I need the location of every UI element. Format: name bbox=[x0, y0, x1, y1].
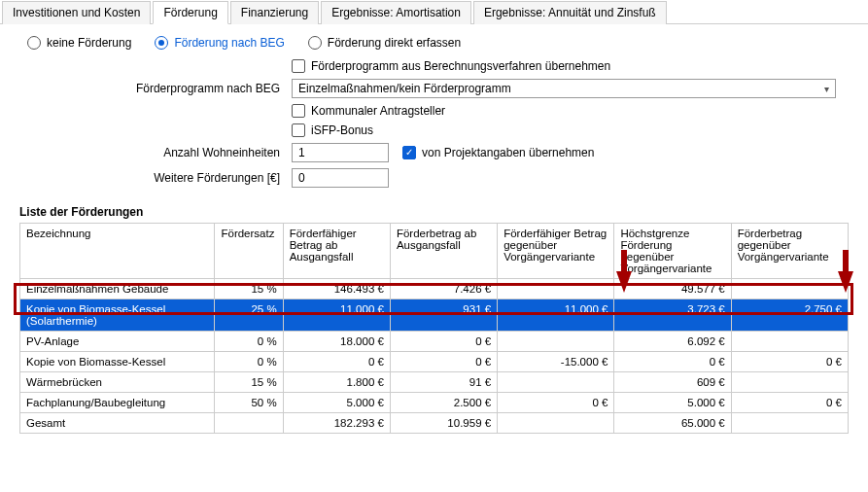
label-weitere-foerderungen: Weitere Förderungen [€] bbox=[19, 171, 292, 185]
checkbox-label: Kommunaler Antragsteller bbox=[311, 104, 445, 118]
radio-icon bbox=[155, 36, 168, 50]
foerderung-mode-group: keine Förderung Förderung nach BEG Förde… bbox=[19, 36, 849, 50]
radio-foerderung-direkt[interactable]: Förderung direkt erfassen bbox=[308, 36, 461, 50]
chevron-down-icon: ▾ bbox=[824, 84, 829, 94]
tab-annuitaet[interactable]: Ergebnisse: Annuität und Zinsfuß bbox=[473, 1, 667, 24]
checkbox-label: von Projektangaben übernehmen bbox=[422, 146, 594, 159]
radio-foerderung-beg[interactable]: Förderung nach BEG bbox=[155, 36, 284, 50]
table-row-selected[interactable]: Kopie von Biomasse-Kessel (Solarthermie)… bbox=[20, 299, 849, 332]
col-bezeichnung[interactable]: Bezeichnung bbox=[20, 224, 215, 279]
checkbox-berechnungsverfahren[interactable] bbox=[292, 59, 305, 73]
radio-icon bbox=[308, 36, 322, 50]
col-foerderbetrag-vorgaenger[interactable]: Förderbetrag gegenüber Vorgängervariante bbox=[731, 224, 848, 279]
checkbox-projektangaben[interactable] bbox=[402, 146, 416, 159]
input-wohneinheiten[interactable]: 1 bbox=[292, 143, 389, 162]
tab-amortisation[interactable]: Ergebnisse: Amortisation bbox=[321, 1, 471, 24]
radio-label: Förderung direkt erfassen bbox=[328, 36, 461, 50]
radio-label: keine Förderung bbox=[47, 36, 131, 50]
checkbox-kommunaler[interactable] bbox=[292, 104, 305, 118]
label-wohneinheiten: Anzahl Wohneinheiten bbox=[19, 146, 292, 159]
input-weitere-foerderungen[interactable]: 0 bbox=[292, 168, 389, 188]
foerderungen-table: Bezeichnung Fördersatz Förderfähiger Bet… bbox=[19, 223, 849, 434]
tab-finanzierung[interactable]: Finanzierung bbox=[230, 1, 319, 24]
radio-icon bbox=[27, 36, 41, 50]
tab-bar: Investitionen und Kosten Förderung Finan… bbox=[0, 0, 868, 24]
radio-label: Förderung nach BEG bbox=[174, 36, 284, 50]
col-betrag-vorgaenger[interactable]: Förderfähiger Betrag gegenüber Vorgänger… bbox=[498, 224, 614, 279]
table-row[interactable]: Kopie von Biomasse-Kessel 0 % 0 € 0 € -1… bbox=[20, 352, 849, 372]
tab-investitionen[interactable]: Investitionen und Kosten bbox=[2, 1, 151, 24]
col-hoechstgrenze-vorgaenger[interactable]: Höchstgrenze Förderung gegenüber Vorgäng… bbox=[614, 224, 731, 279]
checkbox-isfp-bonus[interactable] bbox=[292, 123, 305, 137]
col-foerderbetrag-ausgangsfall[interactable]: Förderbetrag ab Ausgangsfall bbox=[390, 224, 497, 279]
table-row[interactable]: Wärmebrücken 15 % 1.800 € 91 € 609 € bbox=[20, 372, 849, 393]
checkbox-label: iSFP-Bonus bbox=[311, 123, 373, 137]
select-value: Einzelmaßnahmen/kein Förderprogramm bbox=[298, 82, 511, 95]
tab-foerderung[interactable]: Förderung bbox=[153, 1, 227, 24]
select-foerderprogramm[interactable]: Einzelmaßnahmen/kein Förderprogramm ▾ bbox=[292, 79, 836, 98]
checkbox-label: Förderprogramm aus Berechnungsverfahren … bbox=[311, 59, 610, 73]
table-row-total[interactable]: Gesamt 182.293 € 10.959 € 65.000 € bbox=[20, 413, 849, 434]
table-row[interactable]: Einzelmaßnahmen Gebäude 15 % 146.493 € 7… bbox=[20, 279, 849, 299]
table-row[interactable]: Fachplanung/Baubegleitung 50 % 5.000 € 2… bbox=[20, 393, 849, 413]
table-row[interactable]: PV-Anlage 0 % 18.000 € 0 € 6.092 € bbox=[20, 332, 849, 352]
col-foerdersatz[interactable]: Fördersatz bbox=[215, 224, 283, 279]
radio-keine-foerderung[interactable]: keine Förderung bbox=[27, 36, 131, 50]
label-foerderprogramm: Förderprogramm nach BEG bbox=[19, 82, 292, 95]
list-title: Liste der Förderungen bbox=[19, 205, 849, 219]
col-betrag-ausgangsfall[interactable]: Förderfähiger Betrag ab Ausgangsfall bbox=[283, 224, 390, 279]
